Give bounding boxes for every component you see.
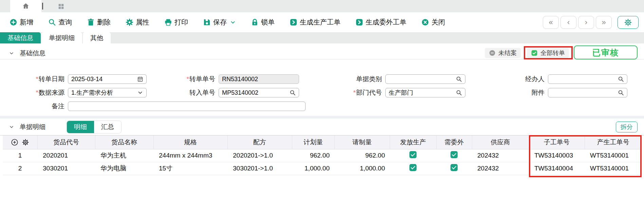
checkbox-checked-icon[interactable] bbox=[450, 164, 458, 171]
cell-supplier[interactable]: 202432 bbox=[472, 149, 529, 162]
table-row[interactable]: 1 2020201 华为主机 244mm x 244mm3 2020201->1… bbox=[3, 149, 642, 162]
new-button[interactable]: 新增 bbox=[10, 18, 33, 27]
lock-order-button[interactable]: 锁单 bbox=[251, 18, 275, 27]
print-button[interactable]: 打印 bbox=[164, 18, 188, 27]
lock-icon bbox=[251, 18, 259, 26]
tab-document-detail[interactable]: 单据明细 bbox=[41, 32, 82, 43]
cell-formula[interactable]: 2020201->1.0 bbox=[227, 149, 292, 162]
cell-work-order[interactable]: WT53140001 bbox=[585, 149, 642, 162]
previous-record-button[interactable]: ‹ bbox=[560, 16, 576, 29]
cell-planned-qty[interactable]: 1,000.00 bbox=[292, 162, 334, 175]
query-button[interactable]: 查询 bbox=[48, 18, 72, 27]
view-tab-detail[interactable]: 明细 bbox=[67, 121, 94, 133]
last-record-icon: » bbox=[602, 18, 606, 27]
record-nav-group: « ‹ › » bbox=[543, 16, 639, 29]
cell-item-code[interactable]: 2020201 bbox=[37, 149, 95, 162]
field-label-handler: 经办人 bbox=[465, 75, 548, 84]
split-button[interactable]: 拆分 bbox=[616, 122, 638, 132]
chevron-down-icon[interactable] bbox=[9, 51, 14, 56]
previous-record-icon: ‹ bbox=[567, 18, 570, 27]
properties-button[interactable]: 属性 bbox=[126, 18, 149, 27]
generate-outsource-order-button[interactable]: 生成委外工单 bbox=[355, 18, 406, 27]
search-icon[interactable] bbox=[456, 90, 462, 96]
settings-button[interactable] bbox=[618, 16, 639, 29]
save-button-label: 保存 bbox=[213, 18, 227, 27]
column-header-requested-qty: 请制量 bbox=[334, 135, 390, 149]
detail-table: 货品代号 货品名称 规格 配方 计划量 请制量 发放生产 需委外 供应商 子工单… bbox=[3, 135, 642, 175]
column-header-formula: 配方 bbox=[227, 135, 292, 149]
table-row[interactable]: 2 3030201 华为电脑 15寸 3030201->1.0 1,000.00… bbox=[3, 162, 642, 175]
field-label-document-category: 单据类别 bbox=[299, 75, 385, 84]
check-square-icon bbox=[531, 50, 538, 56]
cell-sub-order[interactable]: TW53140004 bbox=[529, 162, 585, 175]
cell-release-production bbox=[390, 162, 436, 175]
cell-item-name[interactable]: 华为主机 bbox=[95, 149, 153, 162]
status-badge-all-transferred-label: 全部转单 bbox=[540, 49, 565, 57]
close-button[interactable]: 关闭 bbox=[421, 18, 445, 27]
audit-status-label: 已审核 bbox=[592, 47, 619, 58]
search-icon[interactable] bbox=[456, 76, 462, 82]
cell-sub-order[interactable]: TW53140003 bbox=[529, 149, 585, 162]
window-tab-apps[interactable] bbox=[57, 2, 65, 11]
circle-plus-icon[interactable] bbox=[11, 139, 18, 146]
checkbox-checked-icon[interactable] bbox=[409, 164, 417, 171]
source-number-input[interactable]: MP53140002 bbox=[219, 88, 299, 97]
cell-item-code[interactable]: 3030201 bbox=[37, 162, 95, 175]
tab-basic-info[interactable]: 基础信息 bbox=[0, 32, 41, 43]
status-badge-unclosed[interactable]: 未结案 bbox=[485, 48, 521, 58]
cell-formula[interactable]: 3030201->1.0 bbox=[227, 162, 292, 175]
tab-other[interactable]: 其他 bbox=[83, 32, 111, 43]
row-seq[interactable]: 1 bbox=[3, 149, 37, 162]
search-icon[interactable] bbox=[618, 76, 624, 82]
checkbox-checked-icon[interactable] bbox=[409, 151, 417, 158]
chevron-down-icon[interactable] bbox=[137, 90, 143, 96]
row-seq[interactable]: 2 bbox=[3, 162, 37, 175]
view-tab-summary[interactable]: 汇总 bbox=[94, 121, 121, 133]
handler-input[interactable] bbox=[548, 74, 627, 84]
chevron-down-icon[interactable] bbox=[230, 19, 236, 25]
remark-input[interactable] bbox=[68, 102, 306, 111]
search-icon[interactable] bbox=[290, 90, 296, 96]
gear-icon[interactable] bbox=[22, 139, 29, 146]
trash-icon bbox=[87, 18, 95, 26]
cell-work-order[interactable]: WT53140001 bbox=[585, 162, 642, 175]
window-tab-home[interactable] bbox=[10, 0, 41, 12]
cell-spec[interactable]: 244mm x 244mm3 bbox=[153, 149, 227, 162]
column-header-sub-order: 子工单号 bbox=[529, 135, 585, 149]
home-icon bbox=[22, 2, 30, 10]
first-record-button[interactable]: « bbox=[543, 16, 559, 29]
data-source-select[interactable]: 1.生产需求分析 bbox=[68, 88, 147, 97]
arrow-square-icon bbox=[355, 18, 363, 26]
search-icon[interactable] bbox=[618, 90, 624, 96]
required-asterisk: * bbox=[353, 89, 356, 96]
calendar-icon[interactable] bbox=[137, 76, 143, 82]
new-button-label: 新增 bbox=[20, 18, 33, 27]
department-code-input[interactable]: 生产部门 bbox=[385, 88, 465, 97]
column-header-item-code: 货品代号 bbox=[37, 135, 95, 149]
checkbox-checked-icon[interactable] bbox=[450, 151, 458, 158]
status-badge-all-transferred[interactable]: 全部转单 bbox=[527, 48, 569, 58]
generate-production-order-label: 生成生产工单 bbox=[300, 18, 341, 27]
chevron-down-icon[interactable] bbox=[9, 124, 14, 130]
cell-requested-qty[interactable]: 962.00 bbox=[334, 149, 390, 162]
document-category-input[interactable] bbox=[385, 74, 465, 84]
view-tab-summary-label: 汇总 bbox=[101, 123, 114, 131]
cell-item-name[interactable]: 华为电脑 bbox=[95, 162, 153, 175]
arrow-square-icon bbox=[290, 18, 297, 26]
detail-section-header: 单据明细 明细 汇总 拆分 bbox=[0, 119, 644, 135]
cell-spec[interactable]: 15寸 bbox=[153, 162, 227, 175]
cell-requested-qty[interactable]: 1,000.00 bbox=[334, 162, 390, 175]
print-button-label: 打印 bbox=[174, 18, 188, 27]
cell-supplier[interactable]: 202432 bbox=[472, 162, 529, 175]
cell-planned-qty[interactable]: 962.00 bbox=[292, 149, 334, 162]
transfer-date-input[interactable]: 2025-03-14 bbox=[68, 74, 147, 84]
generate-production-order-button[interactable]: 生成生产工单 bbox=[290, 18, 341, 27]
gear-icon bbox=[624, 18, 632, 26]
attachment-input[interactable] bbox=[548, 88, 627, 97]
last-record-button[interactable]: » bbox=[596, 16, 612, 29]
tab-basic-info-label: 基础信息 bbox=[7, 34, 33, 42]
field-label-department-code: *部门代号 bbox=[299, 88, 385, 97]
next-record-button[interactable]: › bbox=[578, 16, 594, 29]
delete-button[interactable]: 删除 bbox=[87, 18, 111, 27]
save-button[interactable]: 保存 bbox=[203, 18, 236, 27]
